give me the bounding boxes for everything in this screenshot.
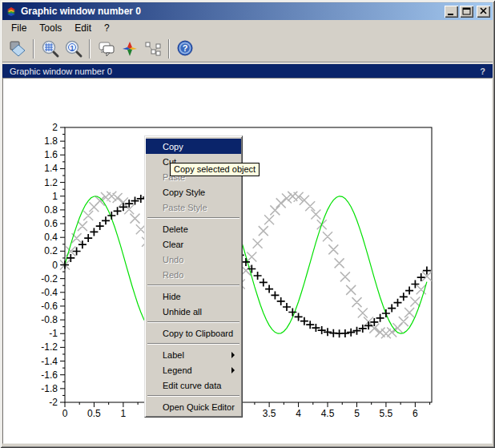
menu-separator [147,319,239,325]
help-icon: ? [176,39,195,59]
toolbar-separator [89,39,91,59]
menu-item-label: Unhide all [163,307,202,317]
menu-separator [147,393,239,399]
menu-item-label: Paste Style [163,203,207,212]
menu-item-copy[interactable]: Copy [146,139,241,154]
help-button[interactable]: ? [175,38,196,60]
context-menu: CopyCutPasteCopy StylePaste StyleDeleteC… [144,135,243,418]
toolbar-separator [33,39,34,59]
menu-item-label: Label [163,350,184,360]
datatips-button[interactable] [142,38,163,60]
minimize-icon [446,6,457,16]
titlebar[interactable]: Graphic window number 0 [2,2,493,20]
toolbar-separator [168,39,170,59]
callouts-icon [97,39,116,59]
svg-text:1: 1 [70,44,74,52]
menu-item-clear[interactable]: Clear [146,236,241,252]
unzoom-icon: 1 [64,39,83,59]
close-button[interactable] [477,6,490,18]
scilab-app-icon [5,5,18,18]
callouts-button[interactable] [95,38,117,60]
infobar: Graphic window number 0 ? [2,64,493,78]
menu-item-label: Clear [163,240,183,249]
submenu-arrow-icon [231,352,235,358]
menu-item-legend[interactable]: Legend [146,362,241,377]
maximize-icon [461,6,472,16]
menu-item-label: Hide [163,292,181,301]
menu-item-label: Copy [163,142,183,151]
graphic-window: Graphic window number 0 FileToolsEdit? 1… [0,0,495,448]
menubar-item-tools[interactable]: Tools [33,21,68,35]
menu-item-label: Copy to Clipboard [163,329,233,338]
menu-item-label: Legend [163,365,192,375]
menubar-item-help[interactable]: ? [98,21,116,35]
toolbar: 1? [2,36,493,63]
maximize-button[interactable] [460,6,473,18]
menu-item-undo: Undo [146,252,241,267]
menu-item-label: Delete [163,224,188,234]
window-title: Graphic window number 0 [21,6,443,17]
menu-item-copy-style[interactable]: Copy Style [146,184,241,200]
tooltip: Copy selected object [170,163,260,176]
menu-item-unhide-all[interactable]: Unhide all [146,304,241,319]
menu-item-delete[interactable]: Delete [146,221,241,236]
ged-icon [120,39,139,59]
menu-item-paste-style: Paste Style [146,200,241,215]
menu-item-edit-curve-data[interactable]: Edit curve data [146,377,241,393]
menu-item-copy-to-clipboard[interactable]: Copy to Clipboard [146,325,241,341]
menu-item-open-quick-editor[interactable]: Open Quick Editor [146,399,241,414]
menu-separator [147,341,239,347]
minimize-button[interactable] [445,6,458,18]
menu-item-hide[interactable]: Hide [146,289,241,304]
menubar-item-edit[interactable]: Edit [68,21,98,35]
menubar-item-file[interactable]: File [5,21,33,35]
graphics-editor-button[interactable] [119,38,140,60]
infobar-text: Graphic window number 0 [10,67,480,76]
infobar-help-icon[interactable]: ? [480,67,485,76]
menu-item-label: Undo [163,255,183,264]
zoom-area-button[interactable] [39,38,61,60]
plot-canvas[interactable] [2,78,493,444]
menu-separator [147,215,239,221]
submenu-arrow-icon [231,367,235,373]
menu-item-label: Copy Style [163,188,205,197]
menu-item-label: Redo [163,270,183,280]
menu-separator [147,282,239,289]
initial-view-button[interactable]: 1 [62,38,84,60]
menu-item-label[interactable]: Label [146,347,241,362]
rotate-button[interactable] [6,38,28,60]
datatips-icon [143,39,163,59]
menu-item-label: Open Quick Editor [163,402,235,412]
menu-item-label: Edit curve data [163,381,221,390]
zoom-area-icon [41,39,60,59]
menu-item-redo: Redo [146,267,241,282]
rotate-icon [8,39,27,59]
svg-text:?: ? [182,43,187,53]
close-icon [478,6,489,16]
menubar: FileToolsEdit? [2,20,493,36]
